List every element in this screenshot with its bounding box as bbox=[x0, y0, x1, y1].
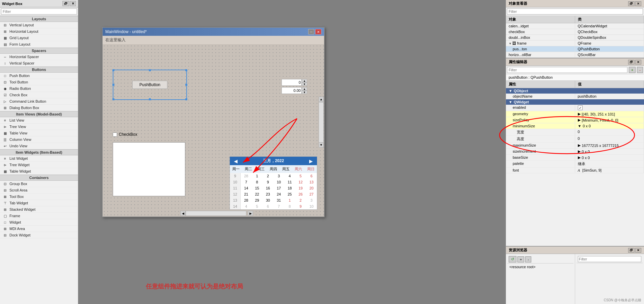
cal-day-9[interactable]: 9 bbox=[263, 179, 273, 185]
cal-day-1-apr[interactable]: 1 bbox=[284, 197, 295, 203]
widget-frame[interactable]: ▢ Frame bbox=[0, 213, 78, 219]
spinbox-integer-up[interactable]: ▲ bbox=[302, 79, 307, 82]
widget-tree-widget[interactable]: ⊳ Tree Widget bbox=[0, 162, 78, 168]
resource-reload-btn[interactable]: ↺ bbox=[509, 256, 516, 262]
cal-day-7-apr[interactable]: 7 bbox=[273, 203, 284, 209]
canvas-scroll-down[interactable]: ▼ bbox=[319, 142, 324, 148]
resource-browser-float-btn[interactable]: 🗗 bbox=[628, 248, 635, 253]
cal-day-23[interactable]: 23 bbox=[263, 191, 273, 197]
widget-mdi-area[interactable]: ⊞ MDI Area bbox=[0, 226, 78, 232]
close-button[interactable]: ✕ bbox=[315, 29, 321, 34]
cal-day-8-apr[interactable]: 8 bbox=[284, 203, 295, 209]
prop-add-button[interactable]: + bbox=[629, 67, 636, 73]
resource-add-btn[interactable]: + bbox=[517, 256, 524, 262]
prop-row-maximumsize[interactable]: maximumSize ▶ 16777215 x 16777215 bbox=[506, 143, 644, 149]
cal-day-13[interactable]: 13 bbox=[306, 179, 317, 185]
cal-day-5[interactable]: 5 bbox=[295, 173, 306, 179]
prop-row-sizepolicy[interactable]: sizePolicy ▶ [Minimum, Fixed, 0, 0] bbox=[506, 117, 644, 123]
cal-day-15[interactable]: 15 bbox=[252, 185, 263, 191]
cal-day-10[interactable]: 10 bbox=[273, 179, 284, 185]
cal-day-26[interactable]: 26 bbox=[295, 191, 306, 197]
widget-tab-widget[interactable]: ⊤ Tab Widget bbox=[0, 200, 78, 206]
cal-day-9-apr[interactable]: 9 bbox=[295, 203, 306, 209]
obj-row-doublespinbox[interactable]: doubl...inBox QDoubleSpinBox bbox=[506, 35, 644, 41]
spinbox-double-up[interactable]: ▲ bbox=[302, 87, 307, 91]
cal-day-17[interactable]: 17 bbox=[273, 185, 284, 191]
prop-row-minimumsize[interactable]: minimumSize ▼ 0 x 0 bbox=[506, 123, 644, 129]
obj-row-pushbutton[interactable]: pus...ton QPushButton bbox=[506, 46, 644, 52]
resource-root-item[interactable]: <resource root> bbox=[507, 263, 573, 270]
cal-day-29[interactable]: 29 bbox=[252, 197, 263, 203]
cal-day-12[interactable]: 12 bbox=[295, 179, 306, 185]
prop-section-qwidget[interactable]: ▼ QWidget bbox=[506, 99, 644, 105]
obj-row-scrollbar[interactable]: horizo...ollBar QScrollBar bbox=[506, 52, 644, 58]
cal-day-14[interactable]: 14 bbox=[241, 185, 251, 191]
widget-widget[interactable]: □ Widget bbox=[0, 219, 78, 226]
prop-geometry-expand[interactable]: ▶ bbox=[578, 112, 581, 116]
widget-push-button[interactable]: □ Push Button bbox=[0, 73, 78, 79]
prop-editor-float-btn[interactable]: 🗗 bbox=[628, 60, 635, 65]
prop-row-objectname[interactable]: objectName pushButton bbox=[506, 94, 644, 99]
widget-list-widget[interactable]: ≡ List Widget bbox=[0, 155, 78, 162]
cal-day-16[interactable]: 16 bbox=[263, 185, 273, 191]
obj-inspector-float-btn[interactable]: 🗗 bbox=[628, 1, 635, 6]
widget-tool-button[interactable]: ⊡ Tool Button bbox=[0, 79, 78, 85]
cal-day-24[interactable]: 24 bbox=[273, 191, 284, 197]
spinbox-integer-input[interactable] bbox=[281, 79, 302, 86]
prop-editor-close-btn[interactable]: ✕ bbox=[635, 60, 641, 65]
cal-day-25[interactable]: 25 bbox=[284, 191, 295, 197]
cal-day-6[interactable]: 6 bbox=[306, 173, 317, 179]
cal-day-8[interactable]: 8 bbox=[252, 179, 263, 185]
widget-stacked-widget[interactable]: ⊞ Stacked Widget bbox=[0, 206, 78, 213]
prop-row-enabled[interactable]: enabled ✓ bbox=[506, 105, 644, 111]
calendar-next-btn[interactable]: ▶ bbox=[308, 158, 314, 164]
widget-form-layout[interactable]: ▤ Form Layout bbox=[0, 41, 78, 48]
cal-day-10-apr[interactable]: 10 bbox=[306, 203, 317, 209]
widget-tool-box[interactable]: ⊠ Tool Box bbox=[0, 194, 78, 200]
spinbox-double-down[interactable]: ▼ bbox=[302, 91, 307, 94]
cal-day-3[interactable]: 3 bbox=[273, 173, 284, 179]
prop-sizepolicy-expand[interactable]: ▶ bbox=[578, 118, 581, 122]
obj-row-frame[interactable]: ▼🖼 frame QFrame bbox=[506, 41, 644, 46]
prop-minimumsize-expand[interactable]: ▼ bbox=[578, 124, 582, 128]
cal-day-4[interactable]: 4 bbox=[284, 173, 295, 179]
cal-day-3-apr[interactable]: 3 bbox=[306, 197, 317, 203]
prop-section-qobject[interactable]: ▼ QObject bbox=[506, 88, 644, 94]
widget-undo-view[interactable]: ↩ Undo View bbox=[0, 143, 78, 149]
cal-day-19[interactable]: 19 bbox=[295, 185, 306, 191]
canvas-scroll-up[interactable]: ▲ bbox=[319, 97, 324, 102]
cal-day-5-apr[interactable]: 5 bbox=[252, 203, 263, 209]
obj-inspector-close-btn[interactable]: ✕ bbox=[635, 1, 641, 6]
prop-filter-input[interactable] bbox=[507, 67, 627, 73]
pushbutton-selection[interactable]: PushButton bbox=[113, 70, 187, 100]
prop-row-width[interactable]: 宽度 0 bbox=[506, 129, 644, 136]
prop-sizeincrement-expand[interactable]: ▶ bbox=[578, 149, 581, 154]
cal-day-27[interactable]: 27 bbox=[306, 191, 317, 197]
resource-filter-input[interactable] bbox=[578, 256, 641, 262]
widget-dock-widget[interactable]: ⊟ Dock Widget bbox=[0, 232, 78, 238]
cal-day-20[interactable]: 20 bbox=[306, 185, 317, 191]
resource-browser-close-btn[interactable]: ✕ bbox=[635, 248, 641, 253]
widget-table-view[interactable]: ▦ Table View bbox=[0, 130, 78, 136]
widget-group-box[interactable]: ⊡ Group Box bbox=[0, 181, 78, 187]
widget-radio-button[interactable]: ◉ Radio Button bbox=[0, 85, 78, 92]
prop-maximumsize-expand[interactable]: ▶ bbox=[578, 143, 581, 148]
cal-day-2[interactable]: 2 bbox=[263, 173, 273, 179]
cal-day-28[interactable]: 28 bbox=[241, 197, 251, 203]
resource-remove-btn[interactable]: - bbox=[525, 256, 531, 262]
obj-filter-input[interactable] bbox=[507, 8, 643, 15]
canvas-scroll-right[interactable]: ▶ bbox=[248, 211, 253, 216]
checkbox-input[interactable] bbox=[113, 132, 117, 137]
cal-day-21[interactable]: 21 bbox=[241, 191, 251, 197]
cal-day-30[interactable]: 30 bbox=[263, 197, 273, 203]
enabled-checkbox[interactable]: ✓ bbox=[578, 105, 583, 110]
widget-list-view[interactable]: ≡ List View bbox=[0, 117, 78, 124]
prop-row-font[interactable]: font A [SimSun, 9] bbox=[506, 168, 644, 173]
widget-tree-view[interactable]: ⊳ Tree View bbox=[0, 124, 78, 130]
canvas-scroll-left[interactable]: ◀ bbox=[180, 211, 186, 216]
widget-table-widget[interactable]: ▦ Table Widget bbox=[0, 168, 78, 175]
cal-day-7[interactable]: 7 bbox=[241, 179, 251, 185]
qt-canvas[interactable]: PushButton ▲ ▼ ▲ ▼ bbox=[103, 44, 324, 217]
cal-day-11[interactable]: 11 bbox=[284, 179, 295, 185]
obj-row-checkbox[interactable]: checkBox QCheckBox bbox=[506, 29, 644, 35]
